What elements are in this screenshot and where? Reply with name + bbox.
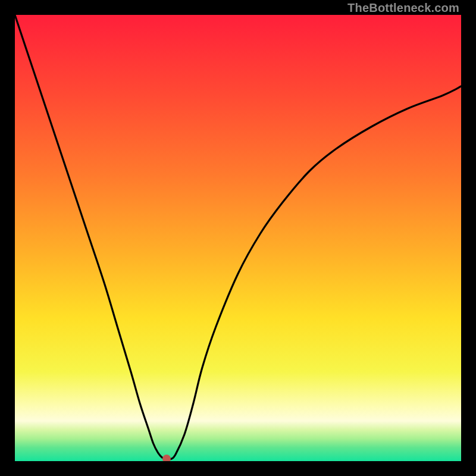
plot-area xyxy=(15,15,461,461)
optimal-point-marker xyxy=(162,455,171,461)
watermark-text: TheBottleneck.com xyxy=(347,1,459,15)
bottleneck-curve xyxy=(15,15,461,461)
chart-frame: TheBottleneck.com xyxy=(0,0,476,476)
